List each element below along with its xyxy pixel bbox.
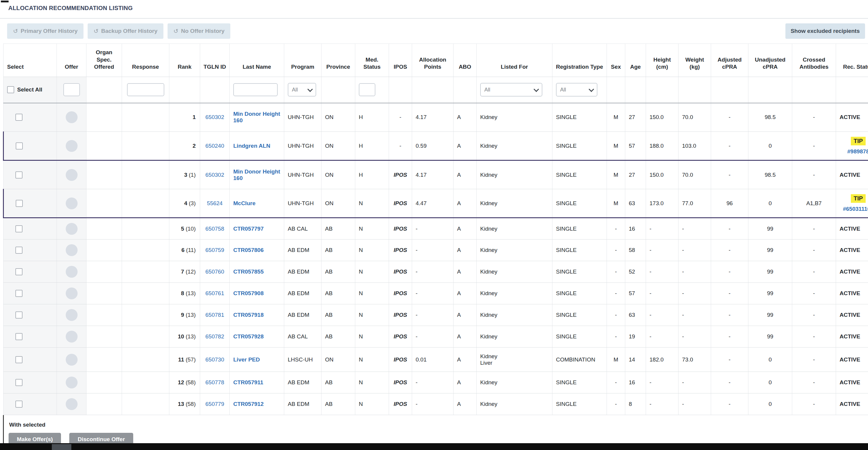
select-cell — [4, 240, 57, 261]
sex-cell: M — [607, 348, 625, 372]
show-excluded-recipients-button[interactable]: Show excluded recipients — [785, 23, 865, 39]
row-checkbox[interactable] — [16, 333, 23, 340]
filter-cell-organ-spec-offered — [87, 77, 122, 103]
last-name-filter-input[interactable] — [233, 83, 278, 96]
tgln-id-link[interactable]: 650781 — [206, 312, 224, 318]
offer-radio-indicator[interactable] — [66, 288, 78, 299]
offer-radio-indicator[interactable] — [66, 244, 78, 256]
tgln-id-link[interactable]: 650730 — [206, 356, 224, 363]
tgln-id-link[interactable]: 650240 — [206, 143, 224, 149]
unadjusted-cpra-value: 99 — [767, 290, 773, 296]
offer-radio-indicator[interactable] — [66, 309, 78, 321]
program-cell: AB CAL — [284, 326, 321, 348]
tgln-id-link[interactable]: 55624 — [207, 200, 223, 206]
offer-cell — [57, 240, 87, 261]
ipos-cell: IPOS — [389, 283, 412, 304]
row-checkbox[interactable] — [16, 290, 23, 297]
row-checkbox[interactable] — [16, 311, 23, 319]
row-checkbox[interactable] — [16, 172, 23, 179]
tgln-id-link[interactable]: 650761 — [206, 290, 224, 296]
row-checkbox[interactable] — [16, 225, 23, 232]
offer-radio-indicator[interactable] — [66, 398, 78, 410]
row-checkbox[interactable] — [16, 200, 23, 207]
offer-radio-indicator[interactable] — [66, 198, 78, 209]
column-header-age: Age — [625, 44, 646, 77]
tgln-id-link[interactable]: 650302 — [206, 172, 224, 178]
tgln-id-link[interactable]: 650302 — [206, 114, 224, 120]
last-name-link[interactable]: CTR057911 — [233, 379, 263, 386]
abo-cell: A — [454, 348, 477, 372]
rank-value: 1 — [192, 114, 196, 120]
program-filter-select[interactable]: All — [288, 83, 316, 96]
last-name-link[interactable]: CTR057912 — [233, 401, 264, 407]
program-value: AB EDM — [288, 247, 309, 253]
offer-radio-indicator[interactable] — [66, 266, 78, 278]
backup-offer-history-button[interactable]: ↺ Backup Offer History — [88, 23, 163, 39]
rank-value: 11 — [178, 356, 184, 363]
adjusted-cpra-value: - — [728, 290, 730, 296]
last-name-link[interactable]: CTR057928 — [233, 333, 264, 339]
last-name-link[interactable]: Min Donor Height 160 — [233, 169, 280, 181]
last-name-link[interactable]: CTR057806 — [233, 247, 264, 253]
last-name-link[interactable]: CTR057855 — [233, 269, 264, 275]
last-name-link[interactable]: Min Donor Height 160 — [233, 111, 280, 123]
last-name-link[interactable]: Lindgren ALN — [233, 143, 270, 149]
tip-number-link[interactable]: #650311160 — [838, 206, 868, 212]
history-icon: ↺ — [174, 28, 179, 34]
med-status-filter-input[interactable] — [359, 83, 375, 96]
last-name-link[interactable]: CTR057797 — [233, 226, 264, 232]
primary-offer-history-label: Primary Offer History — [21, 28, 78, 34]
row-checkbox[interactable] — [16, 400, 23, 408]
unadjusted-cpra-value: 99 — [767, 333, 773, 339]
program-value: UHN-TGH — [288, 143, 314, 149]
row-checkbox[interactable] — [16, 247, 23, 254]
registration-type-value: SINGLE — [556, 379, 577, 386]
tip-number-link[interactable]: #989878 — [838, 148, 868, 155]
chevron-down-icon — [533, 86, 539, 92]
organ-spec-offered-cell — [87, 304, 122, 326]
select-all-checkbox[interactable] — [7, 86, 14, 93]
row-checkbox[interactable] — [16, 379, 23, 386]
last-name-cell: CTR057908 — [230, 283, 284, 304]
last-name-link[interactable]: McClure — [233, 200, 255, 206]
tgln-id-link[interactable]: 650778 — [206, 379, 224, 386]
rec-status-cell: ACTIVE — [836, 103, 868, 132]
tgln-id-link[interactable]: 650759 — [206, 247, 224, 253]
last-name-link[interactable]: CTR057918 — [233, 312, 264, 318]
offer-radio-indicator[interactable] — [66, 223, 78, 235]
registration-type-value: SINGLE — [556, 269, 577, 275]
adjusted-cpra-value: - — [728, 333, 730, 339]
offer-cell — [57, 218, 87, 240]
primary-offer-history-button[interactable]: ↺ Primary Offer History — [7, 23, 84, 39]
no-offer-history-button[interactable]: ↺ No Offer History — [167, 23, 230, 39]
tgln-id-link[interactable]: 650760 — [206, 269, 224, 275]
registration-type-value: SINGLE — [556, 114, 577, 120]
offer-filter-input[interactable] — [63, 83, 80, 96]
listed-for-value: Kidney — [480, 333, 497, 339]
last-name-link[interactable]: Liver PED — [233, 356, 260, 363]
offer-radio-indicator[interactable] — [66, 354, 78, 366]
offer-radio-indicator[interactable] — [66, 140, 78, 152]
row-checkbox[interactable] — [16, 356, 23, 363]
sex-cell: - — [607, 261, 625, 283]
row-checkbox[interactable] — [16, 114, 23, 121]
tgln-id-link[interactable]: 650758 — [206, 226, 224, 232]
offer-radio-indicator[interactable] — [66, 331, 78, 342]
tgln-id-link[interactable]: 650782 — [206, 333, 224, 339]
rec-status-value: ACTIVE — [840, 247, 860, 253]
tgln-id-link[interactable]: 650779 — [206, 401, 224, 407]
rank-cell: 2 — [169, 132, 200, 160]
response-filter-input[interactable] — [127, 83, 164, 96]
tgln-id-cell: 650240 — [200, 132, 230, 160]
row-checkbox[interactable] — [16, 268, 23, 275]
registration-type-filter-select[interactable]: All — [556, 83, 597, 96]
offer-radio-indicator[interactable] — [66, 169, 78, 181]
row-checkbox[interactable] — [16, 142, 23, 150]
listed-for-filter-select[interactable]: All — [480, 83, 542, 96]
med-status-cell: N — [355, 393, 389, 415]
last-name-link[interactable]: CTR057908 — [233, 290, 264, 296]
age-value: 63 — [629, 200, 635, 206]
offer-radio-indicator[interactable] — [66, 377, 78, 388]
rank-cell: 5 (10) — [169, 218, 200, 240]
offer-radio-indicator[interactable] — [66, 111, 78, 123]
